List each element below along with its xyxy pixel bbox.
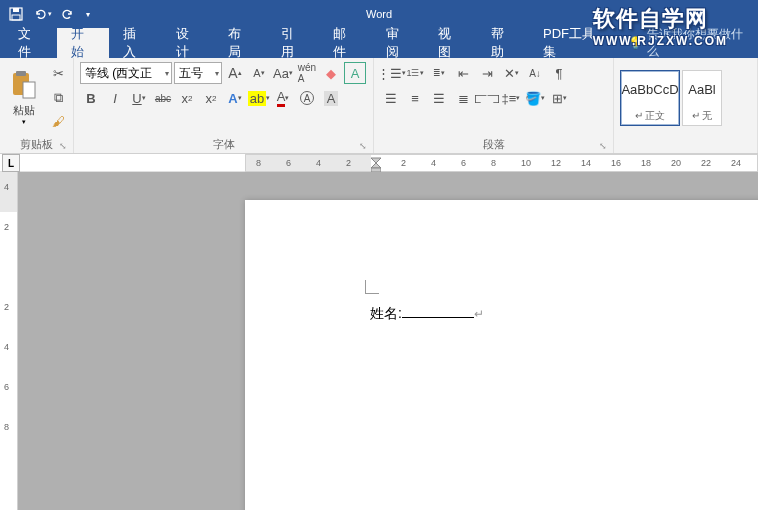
numbering-button[interactable]: 1☰▾ [404, 62, 426, 84]
multilevel-button[interactable]: ≣▾ [428, 62, 450, 84]
change-case-button[interactable]: Aa▾ [272, 62, 294, 84]
char-shade-button[interactable]: A [320, 87, 342, 109]
dec-indent-button[interactable]: ⇤ [452, 62, 474, 84]
svg-marker-7 [371, 163, 381, 168]
shading-button[interactable]: 🪣▾ [524, 87, 546, 109]
inc-indent-button[interactable]: ⇥ [476, 62, 498, 84]
group-label-clipboard: 剪贴板 ⤡ [4, 135, 69, 153]
strike-button[interactable]: abc [152, 87, 174, 109]
align-justify-button[interactable]: ≣ [452, 87, 474, 109]
font-color-button[interactable]: A▾ [272, 87, 294, 109]
tab-home[interactable]: 开始 [57, 28, 110, 58]
text-effects-button[interactable]: A▾ [224, 87, 246, 109]
app-title: Word [366, 8, 392, 20]
tell-me-search[interactable]: 💡 告诉我你想要做什么 [618, 28, 758, 58]
svg-rect-4 [16, 71, 26, 76]
align-left-button[interactable]: ☰ [380, 87, 402, 109]
qat-customize-button[interactable]: ▾ [82, 2, 94, 26]
underline-fill [402, 317, 474, 318]
tab-view[interactable]: 视图 [424, 28, 477, 58]
tab-help[interactable]: 帮助 [477, 28, 530, 58]
bucket-icon: 🪣 [525, 91, 541, 106]
ltr-icon: ✕ [504, 66, 515, 81]
paste-button[interactable]: 粘贴 ▾ [4, 67, 44, 128]
show-marks-button[interactable]: ¶ [548, 62, 570, 84]
spacing-icon: ‡≡ [502, 91, 517, 106]
group-clipboard: 粘贴 ▾ ✂ ⧉ 🖌 剪贴板 ⤡ [0, 58, 74, 153]
cut-button[interactable]: ✂ [47, 63, 69, 85]
svg-marker-6 [371, 158, 381, 163]
ribbon-tabs: 文件 开始 插入 设计 布局 引用 邮件 审阅 视图 帮助 PDF工具集 💡 告… [0, 28, 758, 58]
align-center-button[interactable]: ≡ [404, 87, 426, 109]
tab-layout[interactable]: 布局 [214, 28, 267, 58]
horizontal-ruler[interactable]: 8 6 4 2 2 4 6 8 10 12 14 16 18 20 22 24 [245, 154, 758, 172]
align-dist-icon: ⫍⫎ [474, 91, 500, 106]
svg-rect-1 [13, 8, 19, 12]
copy-icon: ⧉ [54, 90, 63, 106]
content-area: 4 2 2 4 6 8 姓名:↵ [0, 172, 758, 510]
style-normal[interactable]: AaBbCcD ↵ 正文 [620, 70, 680, 126]
circled-char-button[interactable]: A [296, 87, 318, 109]
italic-button[interactable]: I [104, 87, 126, 109]
bold-button[interactable]: B [80, 87, 102, 109]
copy-button[interactable]: ⧉ [47, 87, 69, 109]
font-name-combo[interactable]: 等线 (西文正▾ [80, 62, 172, 84]
bullets-button[interactable]: ⋮☰▾ [380, 62, 402, 84]
line-spacing-button[interactable]: ‡≡▾ [500, 87, 522, 109]
multilevel-icon: ≣ [433, 68, 441, 78]
cursor-corner-icon [365, 280, 379, 294]
shrink-font-button[interactable]: A▾ [248, 62, 270, 84]
group-styles: AaBbCcD ↵ 正文 AaBl ↵ 无 样式 [614, 58, 758, 153]
highlight-button[interactable]: ab▾ [248, 87, 270, 109]
paste-icon [8, 69, 40, 101]
save-button[interactable] [4, 2, 28, 26]
tab-file[interactable]: 文件 [4, 28, 57, 58]
tab-design[interactable]: 设计 [162, 28, 215, 58]
superscript-button[interactable]: x2 [200, 87, 222, 109]
ltr-button[interactable]: ✕▾ [500, 62, 522, 84]
document-text[interactable]: 姓名:↵ [370, 305, 484, 323]
subscript-button[interactable]: x2 [176, 87, 198, 109]
underline-button[interactable]: U▾ [128, 87, 150, 109]
numbering-icon: 1☰ [406, 68, 419, 78]
document-area[interactable]: 姓名:↵ [18, 172, 758, 510]
page[interactable]: 姓名:↵ [245, 200, 758, 510]
style-nospacing[interactable]: AaBl ↵ 无 [682, 70, 722, 126]
pilcrow-icon: ¶ [556, 66, 563, 81]
phonetic-guide-button[interactable]: wénA [296, 62, 318, 84]
tab-mailings[interactable]: 邮件 [319, 28, 372, 58]
align-dist-button[interactable]: ⫍⫎ [476, 87, 498, 109]
format-painter-button[interactable]: 🖌 [47, 111, 69, 133]
lightbulb-icon: 💡 [628, 36, 643, 50]
align-left-icon: ☰ [385, 91, 397, 106]
indent-marker-icon[interactable] [371, 154, 381, 172]
group-label-font: 字体 ⤡ [78, 135, 369, 153]
tab-insert[interactable]: 插入 [109, 28, 162, 58]
group-label-paragraph: 段落 ⤡ [378, 135, 609, 153]
tab-review[interactable]: 审阅 [372, 28, 425, 58]
phonetic-icon: wénA [298, 62, 316, 84]
tab-pdf[interactable]: PDF工具集 [529, 28, 618, 58]
borders-button[interactable]: ⊞▾ [548, 87, 570, 109]
align-right-button[interactable]: ☰ [428, 87, 450, 109]
scissors-icon: ✂ [53, 66, 64, 81]
font-size-combo[interactable]: 五号▾ [174, 62, 222, 84]
horizontal-ruler-area: L 8 6 4 2 2 4 6 8 10 12 14 16 18 20 22 2… [0, 154, 758, 172]
tab-selector[interactable]: L [2, 154, 20, 172]
font-launcher[interactable]: ⤡ [359, 141, 367, 151]
align-center-icon: ≡ [411, 91, 419, 106]
svg-rect-2 [12, 15, 20, 20]
grow-font-button[interactable]: A▴ [224, 62, 246, 84]
clipboard-launcher[interactable]: ⤡ [59, 141, 67, 151]
clear-format-button[interactable]: ◆ [320, 62, 342, 84]
undo-button[interactable]: ▾ [30, 2, 54, 26]
sort-button[interactable]: A↓ [524, 62, 546, 84]
redo-button[interactable] [56, 2, 80, 26]
brush-icon: 🖌 [52, 114, 65, 129]
tab-references[interactable]: 引用 [267, 28, 320, 58]
vertical-ruler[interactable]: 4 2 2 4 6 8 [0, 172, 18, 510]
ribbon: 粘贴 ▾ ✂ ⧉ 🖌 剪贴板 ⤡ 等线 (西文正▾ 五号▾ A▴ [0, 58, 758, 154]
eraser-icon: ◆ [326, 66, 336, 81]
char-border-button[interactable]: A [344, 62, 366, 84]
paragraph-launcher[interactable]: ⤡ [599, 141, 607, 151]
